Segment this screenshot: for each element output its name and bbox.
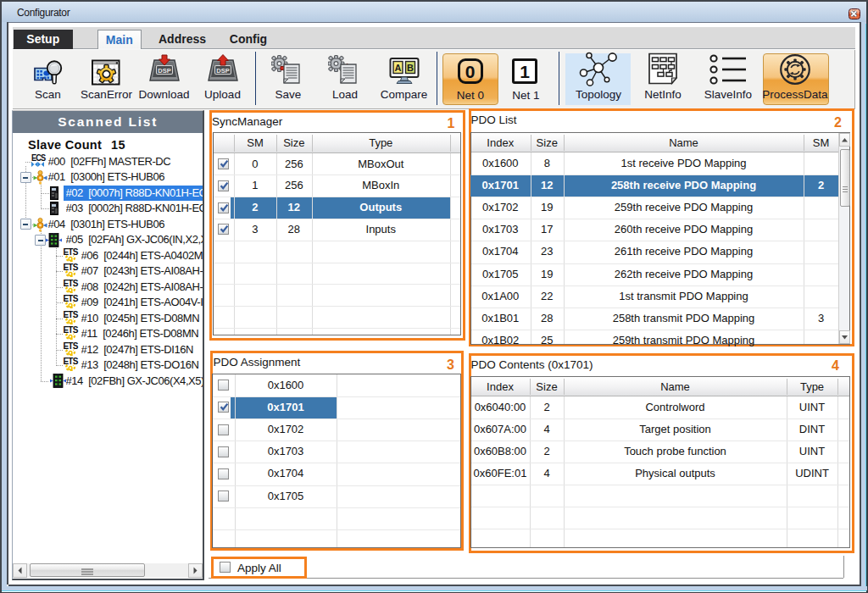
svg-text:A: A	[394, 62, 401, 72]
svg-text:B: B	[407, 62, 414, 72]
svg-text:DSP: DSP	[216, 67, 229, 75]
svg-text:DSP: DSP	[158, 67, 170, 75]
